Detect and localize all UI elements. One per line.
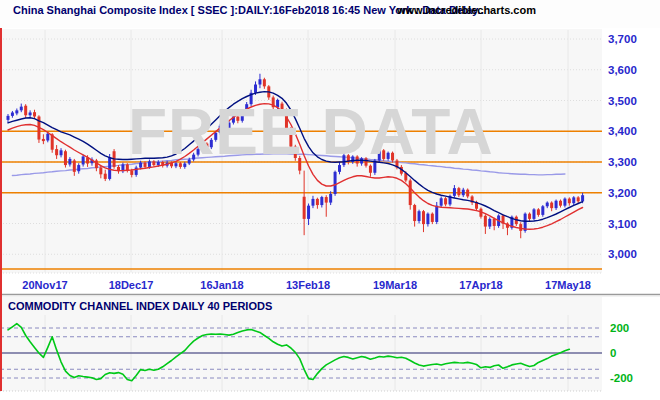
candle-up <box>426 214 429 224</box>
candle-down <box>55 149 58 155</box>
date-axis-label: 17Apr18 <box>459 279 502 291</box>
candle-up <box>563 199 566 206</box>
candle-up <box>541 206 544 215</box>
candle-down <box>130 171 133 175</box>
price-axis-label: 3,400 <box>608 125 637 137</box>
candle-up <box>82 156 85 164</box>
date-axis-label: 17May18 <box>545 279 591 291</box>
candle-up <box>307 206 310 219</box>
price-axis-label: 3,600 <box>608 64 637 76</box>
candle-up <box>488 219 491 227</box>
candle-up <box>329 194 332 203</box>
candle-down <box>325 197 328 203</box>
free-data-watermark: FREE DATA <box>128 100 494 164</box>
candle-down <box>493 219 496 226</box>
candle-up <box>108 157 111 179</box>
site-link[interactable]: www.incrediblecharts.com <box>397 4 536 16</box>
candle-down <box>99 168 102 175</box>
candle-up <box>46 134 49 141</box>
candle-up <box>532 209 535 219</box>
price-axis-label: 3,300 <box>608 156 637 168</box>
cci-axis-label: -200 <box>610 372 633 384</box>
candle-down <box>303 197 306 219</box>
price-axis-label: 3,200 <box>608 187 637 199</box>
candle-up <box>440 198 443 205</box>
candle-up <box>7 116 10 120</box>
date-axis-label: 20Nov17 <box>22 279 67 291</box>
candle-down <box>104 174 107 179</box>
candle-up <box>254 85 257 93</box>
candle-up <box>311 199 314 206</box>
cci-panel-title: COMMODITY CHANNEL INDEX DAILY 40 PERIODS <box>8 300 272 312</box>
candle-up <box>572 197 575 203</box>
candle-down <box>316 199 319 205</box>
candle-up <box>453 188 456 196</box>
candle-up <box>68 159 71 165</box>
candle-down <box>528 214 531 219</box>
candle-up <box>435 206 438 222</box>
candle-down <box>422 211 425 224</box>
title-bar: China Shanghai Composite Index [ SSEC ]:… <box>0 0 660 28</box>
price-axis-label: 3,000 <box>608 248 637 260</box>
candle-down <box>568 199 571 204</box>
date-axis-label: 13Feb18 <box>286 279 330 291</box>
candle-down <box>263 79 266 86</box>
candle-up <box>11 112 14 115</box>
stock-chart-canvas[interactable]: 3,7003,6003,5003,4003,3003,2003,1003,000… <box>0 0 660 400</box>
candle-up <box>418 211 421 221</box>
candle-down <box>466 190 469 197</box>
candle-up <box>60 150 63 155</box>
cci-axis-label: 0 <box>610 347 616 359</box>
candle-down <box>537 209 540 215</box>
candle-up <box>15 110 18 113</box>
candle-down <box>577 197 580 201</box>
candle-up <box>320 197 323 205</box>
candle-up <box>462 190 465 196</box>
date-axis-label: 16Jan18 <box>200 279 243 291</box>
candle-down <box>73 160 76 171</box>
candle-down <box>33 112 36 116</box>
candle-down <box>559 201 562 206</box>
chart-window: 3,7003,6003,5003,4003,3003,2003,1003,000… <box>0 0 660 400</box>
candle-up <box>258 79 261 84</box>
candle-down <box>24 106 27 116</box>
price-axis-label: 3,500 <box>608 95 637 107</box>
candle-down <box>444 198 447 204</box>
candle-down <box>64 151 67 165</box>
candle-up <box>555 201 558 208</box>
candle-down <box>413 205 416 221</box>
candle-down <box>431 214 434 222</box>
candle-down <box>409 180 412 205</box>
candle-up <box>334 172 337 194</box>
cci-axis-label: 200 <box>610 322 629 334</box>
candle-down <box>484 216 487 227</box>
candle-down <box>550 203 553 209</box>
candle-up <box>77 165 80 171</box>
price-axis-label: 3,100 <box>608 218 637 230</box>
candle-up <box>581 195 584 201</box>
date-axis-label: 19Mar18 <box>373 279 417 291</box>
candle-up <box>29 112 32 115</box>
candle-up <box>20 107 23 111</box>
candle-down <box>457 188 460 195</box>
date-axis-label: 18Dec17 <box>109 279 154 291</box>
candle-down <box>42 139 45 141</box>
price-axis-label: 3,700 <box>608 33 637 45</box>
candle-up <box>546 203 549 207</box>
